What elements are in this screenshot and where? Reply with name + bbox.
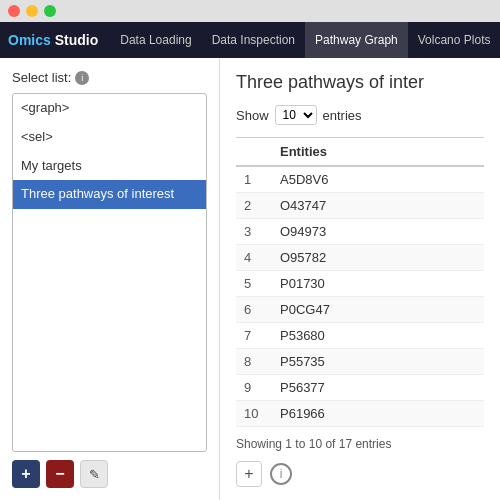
select-list-label-text: Select list:: [12, 70, 71, 85]
nav-data-inspection[interactable]: Data Inspection: [202, 22, 305, 58]
row-num: 4: [236, 245, 272, 271]
list-item-sel[interactable]: <sel>: [13, 123, 206, 152]
row-entity: A5D8V6: [272, 166, 484, 193]
list-box[interactable]: <graph> <sel> My targets Three pathways …: [12, 93, 207, 452]
row-entity: O95782: [272, 245, 484, 271]
row-num: 7: [236, 323, 272, 349]
table-header-num: [236, 138, 272, 167]
panel-title: Three pathways of inter: [236, 72, 484, 93]
brand-logo: Omics Studio: [8, 32, 98, 48]
list-item-three-pathways[interactable]: Three pathways of interest: [13, 180, 206, 209]
row-num: 10: [236, 401, 272, 427]
row-num: 6: [236, 297, 272, 323]
row-num: 9: [236, 375, 272, 401]
add-entry-button[interactable]: +: [236, 461, 262, 487]
table-row: 5 P01730: [236, 271, 484, 297]
row-entity: P01730: [272, 271, 484, 297]
info-button[interactable]: i: [270, 463, 292, 485]
close-dot[interactable]: [8, 5, 20, 17]
table-row: 6 P0CG47: [236, 297, 484, 323]
edit-list-button[interactable]: ✎: [80, 460, 108, 488]
table-row: 2 O43747: [236, 193, 484, 219]
row-num: 2: [236, 193, 272, 219]
table-header-entities: Entities: [272, 138, 484, 167]
list-item-graph[interactable]: <graph>: [13, 94, 206, 123]
list-item-my-targets[interactable]: My targets: [13, 152, 206, 181]
right-panel: Three pathways of inter Show 10 25 50 en…: [220, 58, 500, 500]
table-row: 9 P56377: [236, 375, 484, 401]
row-num: 5: [236, 271, 272, 297]
table-row: 1 A5D8V6: [236, 166, 484, 193]
navbar: Omics Studio Data Loading Data Inspectio…: [0, 22, 500, 58]
main-content: Select list: i <graph> <sel> My targets …: [0, 58, 500, 500]
nav-pathway-graph[interactable]: Pathway Graph: [305, 22, 408, 58]
minimize-dot[interactable]: [26, 5, 38, 17]
maximize-dot[interactable]: [44, 5, 56, 17]
nav-volcano-plots[interactable]: Volcano Plots: [408, 22, 500, 58]
titlebar: [0, 0, 500, 22]
row-entity: P56377: [272, 375, 484, 401]
row-num: 1: [236, 166, 272, 193]
table-row: 3 O94973: [236, 219, 484, 245]
entries-label: entries: [323, 108, 362, 123]
left-panel: Select list: i <graph> <sel> My targets …: [0, 58, 220, 500]
row-entity: O94973: [272, 219, 484, 245]
table-row: 10 P61966: [236, 401, 484, 427]
select-list-info-icon[interactable]: i: [75, 71, 89, 85]
entries-select[interactable]: 10 25 50: [275, 105, 317, 125]
list-actions: + − ✎: [12, 460, 207, 488]
row-entity: O43747: [272, 193, 484, 219]
row-num: 3: [236, 219, 272, 245]
add-list-button[interactable]: +: [12, 460, 40, 488]
show-label: Show: [236, 108, 269, 123]
table-row: 8 P55735: [236, 349, 484, 375]
entities-table: Entities 1 A5D8V6 2 O43747 3 O94973 4 O9…: [236, 137, 484, 427]
select-list-header: Select list: i: [12, 70, 207, 85]
nav-data-loading[interactable]: Data Loading: [110, 22, 201, 58]
bottom-actions: + i: [236, 461, 484, 487]
show-entries-control: Show 10 25 50 entries: [236, 105, 484, 125]
row-entity: P53680: [272, 323, 484, 349]
table-row: 4 O95782: [236, 245, 484, 271]
row-entity: P55735: [272, 349, 484, 375]
showing-text: Showing 1 to 10 of 17 entries: [236, 437, 484, 451]
row-entity: P0CG47: [272, 297, 484, 323]
remove-list-button[interactable]: −: [46, 460, 74, 488]
table-row: 7 P53680: [236, 323, 484, 349]
row-entity: P61966: [272, 401, 484, 427]
row-num: 8: [236, 349, 272, 375]
